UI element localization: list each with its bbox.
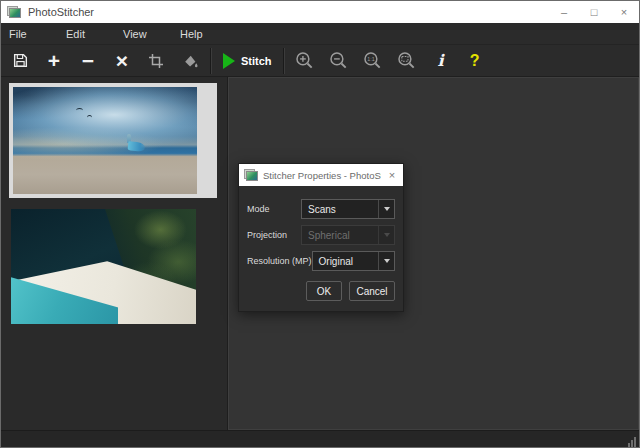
- info-icon: i: [438, 51, 444, 70]
- content-area: Stitcher Properties - PhotoStitc... × Mo…: [1, 77, 639, 430]
- help-icon: ?: [470, 52, 480, 70]
- chevron-down-icon: [384, 233, 390, 237]
- minimize-button[interactable]: –: [549, 1, 579, 23]
- stitch-label: Stitch: [241, 55, 272, 67]
- plus-icon: +: [48, 50, 60, 71]
- save-button[interactable]: [3, 47, 37, 75]
- stitch-canvas: Stitcher Properties - PhotoStitc... × Mo…: [228, 77, 639, 430]
- menu-file[interactable]: File: [9, 28, 66, 40]
- crop-icon: [148, 53, 164, 69]
- menu-help[interactable]: Help: [180, 28, 237, 40]
- resolution-dropdown-arrow[interactable]: [378, 252, 394, 270]
- minus-icon: −: [82, 50, 94, 71]
- projection-label: Projection: [247, 230, 287, 240]
- app-icon: [7, 6, 21, 18]
- x-icon: ×: [116, 50, 128, 71]
- chevron-down-icon: [384, 207, 390, 211]
- zoom-in-icon: [295, 51, 314, 70]
- status-bar: [1, 430, 639, 448]
- resolution-select[interactable]: Original: [312, 251, 395, 271]
- zoom-out-icon: [329, 51, 348, 70]
- close-button[interactable]: ×: [609, 1, 639, 23]
- projection-value: Spherical: [302, 230, 378, 241]
- paint-bucket-icon: [182, 52, 199, 69]
- remove-image-button[interactable]: −: [71, 47, 105, 75]
- maximize-button[interactable]: □: [579, 1, 609, 23]
- dialog-title-bar[interactable]: Stitcher Properties - PhotoStitc... ×: [239, 164, 403, 186]
- menu-view[interactable]: View: [123, 28, 180, 40]
- fill-button[interactable]: [173, 47, 207, 75]
- projection-field-row: Projection Spherical: [247, 225, 395, 245]
- crop-button[interactable]: [139, 47, 173, 75]
- zoom-in-button[interactable]: [288, 47, 322, 75]
- resolution-value: Original: [313, 256, 378, 267]
- dialog-button-row: OK Cancel: [247, 281, 395, 301]
- zoom-fit-icon: [397, 51, 416, 70]
- dialog-title: Stitcher Properties - PhotoStitc...: [263, 170, 381, 181]
- play-icon: [223, 53, 235, 69]
- save-icon: [12, 52, 29, 69]
- help-button[interactable]: ?: [458, 47, 492, 75]
- photostitcher-window: PhotoStitcher – □ × File Edit View Help …: [0, 0, 640, 448]
- info-button[interactable]: i: [424, 47, 458, 75]
- projection-select: Spherical: [301, 225, 395, 245]
- menu-bar: File Edit View Help: [1, 23, 639, 45]
- toolbar-separator: [283, 48, 285, 74]
- resolution-label: Resolution (MP): [247, 256, 312, 266]
- zoom-actual-size-icon: 1:1: [363, 51, 382, 70]
- cancel-button[interactable]: Cancel: [349, 281, 395, 301]
- woman-dress: [128, 141, 146, 152]
- beach-with-woman-photo: [13, 87, 197, 194]
- bird-mark: [87, 115, 92, 120]
- mode-label: Mode: [247, 204, 270, 214]
- window-title: PhotoStitcher: [28, 6, 549, 18]
- zoom-out-button[interactable]: [322, 47, 356, 75]
- window-controls: – □ ×: [549, 1, 639, 23]
- projection-dropdown-arrow: [378, 226, 394, 244]
- mode-select[interactable]: Scans: [301, 199, 395, 219]
- zoom-actual-label: 1:1: [367, 56, 374, 62]
- chevron-down-icon: [384, 259, 390, 263]
- thumbnail-tropical-beach[interactable]: [11, 209, 196, 324]
- add-image-button[interactable]: +: [37, 47, 71, 75]
- image-list-panel: [1, 77, 228, 430]
- title-bar: PhotoStitcher – □ ×: [1, 1, 639, 23]
- dialog-app-icon: [244, 169, 258, 181]
- dialog-body: Mode Scans Projection Spherical: [239, 186, 403, 311]
- dialog-close-button[interactable]: ×: [381, 164, 403, 186]
- stitcher-properties-dialog: Stitcher Properties - PhotoStitc... × Mo…: [238, 163, 404, 312]
- thumbnail-beach-with-woman[interactable]: [9, 83, 217, 198]
- mode-dropdown-arrow[interactable]: [378, 200, 394, 218]
- zoom-fit-button[interactable]: [390, 47, 424, 75]
- resolution-field-row: Resolution (MP) Original: [247, 251, 395, 271]
- toolbar-separator: [210, 48, 212, 74]
- mode-value: Scans: [302, 204, 378, 215]
- zoom-actual-size-button[interactable]: 1:1: [356, 47, 390, 75]
- stitch-button[interactable]: Stitch: [215, 47, 280, 75]
- resize-grip[interactable]: [628, 437, 636, 447]
- delete-all-button[interactable]: ×: [105, 47, 139, 75]
- menu-edit[interactable]: Edit: [66, 28, 123, 40]
- ok-button[interactable]: OK: [306, 281, 342, 301]
- toolbar: + − × Stitch: [1, 45, 639, 77]
- mode-field-row: Mode Scans: [247, 199, 395, 219]
- bird-mark: [76, 108, 83, 113]
